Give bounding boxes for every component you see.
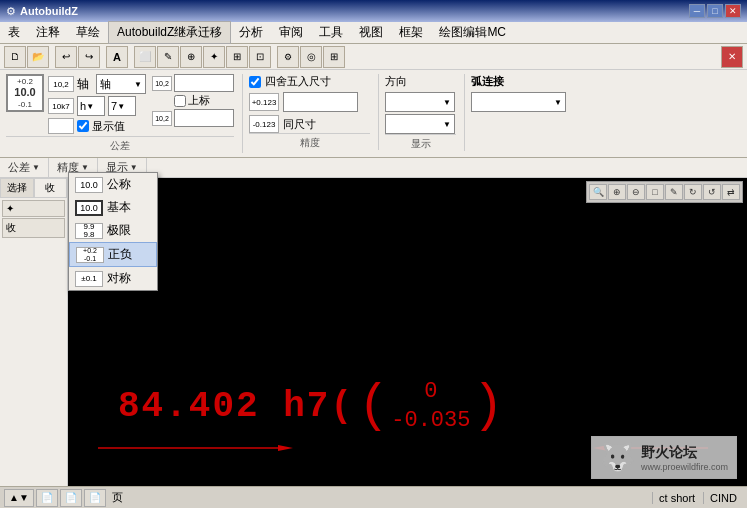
menu-fenxi[interactable]: 分析 <box>231 22 271 43</box>
tol-ref-display-bot <box>48 118 74 134</box>
dropdown-label-zhengfu: 正负 <box>108 246 132 263</box>
round-size-checkbox[interactable] <box>249 76 261 88</box>
value-select[interactable]: 7▼ <box>108 96 136 116</box>
dropdown-label-jixian: 极限 <box>107 222 131 239</box>
menu-zhushi[interactable]: 注释 <box>28 22 68 43</box>
status-cmd: CIND <box>703 492 743 504</box>
tool3-button[interactable]: ✦ <box>203 46 225 68</box>
status-page2-button[interactable]: 📄 <box>60 489 82 507</box>
dropdown-item-jixian[interactable]: 9.99.8 极限 <box>69 219 157 242</box>
maximize-button[interactable]: □ <box>707 4 723 18</box>
icon-toolbar: 🗋 📂 ↩ ↪ A ⬜ ✎ ⊕ ✦ ⊞ ⊡ ⚙ ◎ ⊞ ✕ <box>0 44 747 70</box>
zoom-fit-button[interactable]: 🔍 <box>589 184 607 200</box>
h-select[interactable]: h▼ <box>77 96 105 116</box>
dropdown-item-zhengfu[interactable]: +0.2-0.1 正负 <box>69 242 157 267</box>
tool4-button[interactable]: ⊞ <box>226 46 248 68</box>
dropdown-menu: 10.0 公称 10.0 基本 9.99.8 极限 +0.2-0.1 正负 ±0… <box>68 172 158 291</box>
tolerance-group: +0.2 10.0 -0.1 10,2 轴 轴 ▼ <box>6 74 243 153</box>
tolerance-group-label: 公差 <box>6 136 234 153</box>
menu-caohui[interactable]: 草绘 <box>68 22 108 43</box>
rect-zoom-button[interactable]: □ <box>646 184 664 200</box>
dropdown-icon-gongcheng: 10.0 <box>75 177 103 193</box>
tool6-button[interactable]: ⚙ <box>277 46 299 68</box>
left-tab-select[interactable]: 选择 <box>0 178 34 198</box>
watermark-main-text: 野火论坛 <box>641 444 728 462</box>
arc-connect-group: 弧连接 ▼ <box>471 74 571 149</box>
show-value-checkbox[interactable] <box>77 120 89 132</box>
direction-label: 方向 <box>385 74 456 89</box>
canvas-area: 🔍 ⊕ ⊖ □ ✎ ↻ ↺ ⇄ 84.402 h7( ( 0 -0.035 <box>68 178 747 489</box>
minimize-button[interactable]: ─ <box>689 4 705 18</box>
zoom-in-button[interactable]: ⊕ <box>608 184 626 200</box>
left-tool-collect[interactable]: 收 <box>2 218 65 238</box>
dropdown-icon-jiben: 10.0 <box>75 200 103 216</box>
show-value-label: 显示值 <box>92 119 125 134</box>
tool1-button[interactable]: ✎ <box>157 46 179 68</box>
status-page-label: 页 <box>108 490 127 505</box>
dropdown-label-gongcheng: 公称 <box>107 176 131 193</box>
menu-autobuildz[interactable]: AutobuildZ继承迁移 <box>108 21 231 44</box>
status-page1-button[interactable]: 📄 <box>36 489 58 507</box>
dropdown-item-jiben[interactable]: 10.0 基本 <box>69 196 157 219</box>
pan-button[interactable]: ✎ <box>665 184 683 200</box>
shaft-label: 轴 <box>77 76 93 93</box>
menu-kuangjia[interactable]: 框架 <box>391 22 431 43</box>
tol-ref-display-top: 10,2 <box>48 76 74 92</box>
new-button[interactable]: 🗋 <box>4 46 26 68</box>
canvas-toolbar: 🔍 ⊕ ⊖ □ ✎ ↻ ↺ ⇄ <box>586 181 743 203</box>
lower-input[interactable]: -0.035 <box>174 109 234 127</box>
status-arrows-button[interactable]: ▲▼ <box>4 489 34 507</box>
left-panel: 选择 收 ✦ 收 <box>0 178 68 489</box>
collect-icon: 收 <box>6 221 16 235</box>
ribbon-content: +0.2 10.0 -0.1 10,2 轴 轴 ▼ <box>0 70 747 158</box>
rotate-cw-button[interactable]: ↻ <box>684 184 702 200</box>
menu-biao[interactable]: 表 <box>0 22 28 43</box>
rotate-ccw-button[interactable]: ↺ <box>703 184 721 200</box>
left-tool-star[interactable]: ✦ <box>2 200 65 217</box>
tool5-button[interactable]: ⊡ <box>249 46 271 68</box>
display-group: 方向 ▼ ▼ 显示 <box>385 74 465 151</box>
app-icon: ⚙ <box>6 5 16 18</box>
dim-fraction: 0 -0.035 <box>391 378 470 435</box>
status-mode: ct short <box>652 492 701 504</box>
dropdown-icon-duicheng: ±0.1 <box>75 271 103 287</box>
tool8-button[interactable]: ⊞ <box>323 46 345 68</box>
zoom-out-button[interactable]: ⊖ <box>627 184 645 200</box>
upper-input[interactable]: 0.000 <box>174 74 234 92</box>
star-icon: ✦ <box>6 203 14 214</box>
menu-huitu[interactable]: 绘图编辑MC <box>431 22 514 43</box>
dim-top-value: 0 <box>424 378 437 407</box>
precision-input[interactable]: 0.123 <box>283 92 358 112</box>
status-page3-button[interactable]: 📄 <box>84 489 106 507</box>
same-size-ref: -0.123 <box>249 115 279 133</box>
select-button[interactable]: ⬜ <box>134 46 156 68</box>
menu-gongju[interactable]: 工具 <box>311 22 351 43</box>
precision-group-label: 精度 <box>249 133 370 150</box>
redo-button[interactable]: ↪ <box>78 46 100 68</box>
dropdown-item-duicheng[interactable]: ±0.1 对称 <box>69 267 157 290</box>
upper-text: 上标 <box>188 93 210 108</box>
close-button[interactable]: ✕ <box>725 4 741 18</box>
left-tab-collect[interactable]: 收 <box>34 178 68 198</box>
dropdown-item-gongcheng[interactable]: 10.0 公称 <box>69 173 157 196</box>
display-select1[interactable]: ▼ <box>385 92 455 112</box>
text-button[interactable]: A <box>106 46 128 68</box>
menu-bar: 表 注释 草绘 AutobuildZ继承迁移 分析 审阅 工具 视图 框架 绘图… <box>0 22 747 44</box>
tool2-button[interactable]: ⊕ <box>180 46 202 68</box>
tol-ref-small: 10,2 <box>152 76 172 91</box>
precision-group: 四舍五入尺寸 +0.123 0.123 -0.123 同尺寸 精度 <box>249 74 379 150</box>
display-select2[interactable]: ▼ <box>385 114 455 134</box>
undo-button[interactable]: ↩ <box>55 46 77 68</box>
menu-shenyue[interactable]: 审阅 <box>271 22 311 43</box>
tool7-button[interactable]: ◎ <box>300 46 322 68</box>
shaft-select[interactable]: 轴 ▼ <box>96 74 146 94</box>
upper-checkbox[interactable] <box>174 95 186 107</box>
dim-bot-value: -0.035 <box>391 407 470 436</box>
menu-shitu[interactable]: 视图 <box>351 22 391 43</box>
open-button[interactable]: 📂 <box>27 46 49 68</box>
section-tolerance-header[interactable]: 公差▼ <box>0 158 49 177</box>
mirror-button[interactable]: ⇄ <box>722 184 740 200</box>
close-window-button[interactable]: ✕ <box>721 46 743 68</box>
svg-marker-2 <box>278 445 293 451</box>
arc-select[interactable]: ▼ <box>471 92 566 112</box>
